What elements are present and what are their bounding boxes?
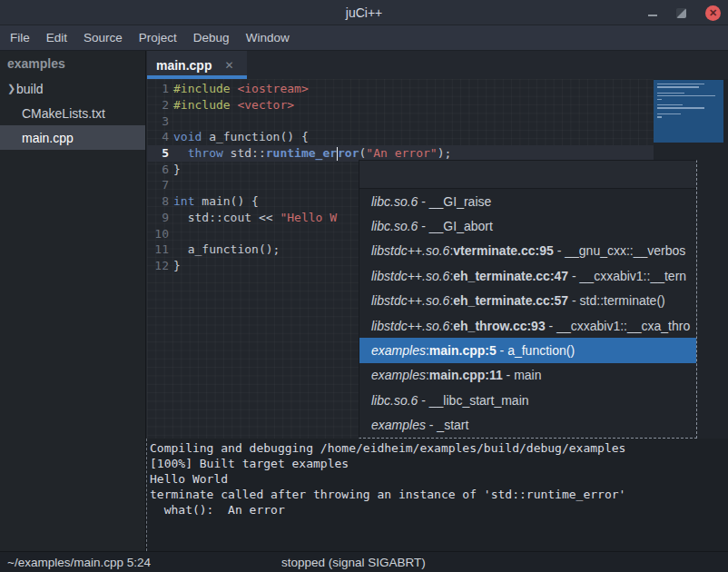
minimize-icon[interactable]: [648, 15, 657, 16]
menu-item-debug[interactable]: Debug: [185, 31, 238, 44]
code-text: }: [169, 259, 181, 272]
code-text: #include <iostream>: [169, 82, 309, 95]
status-file-location: ~/examples/main.cpp 5:24: [0, 556, 151, 569]
stack-frame-file: vterminate.cc:95: [453, 243, 554, 258]
project-tree: examples ❯buildCMakeLists.txtmain.cpp: [0, 51, 146, 551]
minimap-visible-region[interactable]: [654, 80, 723, 143]
code-text: throw std::runtime_error("An error");: [169, 146, 451, 161]
statusbar: ~/examples/main.cpp 5:24 stopped (signal…: [0, 551, 728, 572]
stack-frame-lib: examples: [371, 368, 426, 382]
minimap-code-line: [657, 104, 683, 105]
line-number: 9: [147, 211, 169, 224]
stack-frame-lib: libstdc++.so.6: [371, 293, 449, 308]
minimap-code-line: [657, 113, 681, 114]
code-line-3[interactable]: 3: [147, 113, 654, 129]
line-number: 11: [147, 242, 169, 256]
line-number: 3: [147, 114, 169, 128]
minimap-code-line: [657, 84, 704, 84]
minimap-code-line: [657, 99, 662, 100]
line-number: 4: [147, 130, 169, 143]
stack-frame-row[interactable]: libc.so.6 - __GI_abort: [359, 213, 696, 238]
line-number: 5: [147, 146, 169, 160]
sidebar-item-main-cpp[interactable]: main.cpp: [0, 125, 145, 150]
stack-frame-lib: libc.so.6: [371, 194, 418, 209]
status-debug-state: stopped (signal SIGABRT): [281, 556, 426, 569]
menu-item-window[interactable]: Window: [238, 31, 298, 44]
stack-frame-lib: examples: [371, 418, 426, 432]
stack-frame-row[interactable]: libstdc++.so.6:eh_throw.cc:93 - __cxxabi…: [359, 313, 696, 338]
stacktrace-popup-header: [359, 161, 696, 189]
chevron-right-icon[interactable]: ❯: [0, 83, 16, 94]
line-number: 2: [147, 98, 169, 112]
stack-frame-row[interactable]: examples - _start: [359, 413, 696, 438]
minimap-code-line: [657, 116, 662, 117]
stack-frame-file: main.cpp:5: [429, 343, 497, 358]
stack-frame-file: eh_terminate.cc:57: [453, 293, 568, 308]
stack-frame-row[interactable]: examples:main.cpp:11 - main: [359, 363, 696, 388]
stack-frame-lib: libc.so.6: [371, 219, 418, 233]
menu-item-source[interactable]: Source: [75, 31, 131, 44]
stack-frame-lib: libstdc++.so.6: [371, 319, 449, 333]
terminal-line: [100%] Built target examples: [150, 457, 728, 472]
menu-item-file[interactable]: File: [2, 31, 38, 44]
code-text: #include <vector>: [169, 98, 294, 112]
tree-item-label: main.cpp: [0, 131, 74, 145]
project-tree-header: examples: [0, 51, 145, 76]
juci-window: juCi++ ✕ FileEditSourceProjectDebugWindo…: [0, 0, 728, 572]
stack-frame-row[interactable]: examples:main.cpp:5 - a_function(): [359, 338, 696, 362]
stack-frame-row[interactable]: libstdc++.so.6:vterminate.cc:95 - __gnu_…: [359, 239, 696, 263]
line-number: 10: [147, 227, 169, 241]
restore-icon[interactable]: [676, 8, 686, 18]
stack-frame-row[interactable]: libstdc++.so.6:eh_terminate.cc:47 - __cx…: [359, 263, 696, 288]
stack-frame-row[interactable]: libstdc++.so.6:eh_terminate.cc:57 - std:…: [359, 289, 696, 313]
tab-label: main.cpp: [156, 58, 212, 73]
line-number: 7: [147, 178, 169, 192]
stack-frame-file: eh_throw.cc:93: [453, 319, 545, 333]
stack-frame-row[interactable]: libc.so.6 - __libc_start_main: [359, 388, 696, 412]
minimap-code-line: [657, 95, 715, 96]
stack-frame-lib: libstdc++.so.6: [371, 269, 449, 283]
minimap-code-line: [657, 107, 704, 108]
tree-item-label: CMakeLists.txt: [0, 106, 105, 121]
stack-frame-lib: libstdc++.so.6: [371, 243, 449, 258]
code-text: int main() {: [169, 194, 259, 208]
tab-main-cpp[interactable]: main.cpp ✕: [147, 51, 247, 79]
code-text: a_function();: [169, 242, 280, 256]
menu-item-edit[interactable]: Edit: [38, 31, 75, 44]
stack-frame-file: eh_terminate.cc:47: [453, 269, 568, 283]
terminal-output[interactable]: Compiling and debugging /home/eidheim/ex…: [146, 439, 728, 551]
code-line-2[interactable]: 2#include <vector>: [147, 97, 654, 113]
titlebar[interactable]: juCi++ ✕: [0, 0, 728, 25]
tree-item-label: build: [16, 82, 44, 96]
tabbar: main.cpp ✕: [147, 51, 728, 79]
code-text: void a_function() {: [169, 130, 309, 143]
line-number: 1: [147, 82, 169, 95]
stack-frame-row[interactable]: libc.so.6 - __GI_raise: [359, 189, 696, 213]
stack-frame-file: main.cpp:11: [429, 368, 503, 382]
terminal-line: terminate called after throwing an insta…: [150, 488, 728, 503]
stack-frame-lib: libc.so.6: [371, 393, 418, 408]
sidebar-item-cmakelists-txt[interactable]: CMakeLists.txt: [0, 101, 145, 125]
line-number: 12: [147, 259, 169, 272]
terminal-line: Hello World: [150, 472, 728, 488]
close-icon[interactable]: ✕: [705, 5, 721, 21]
code-line-1[interactable]: 1#include <iostream>: [147, 81, 654, 97]
tab-close-icon[interactable]: ✕: [224, 59, 233, 72]
minimap-code-line: [657, 93, 684, 94]
code-line-5[interactable]: 5 throw std::runtime_error("An error");: [147, 145, 654, 162]
code-text: std::cout << "Hello W: [169, 211, 337, 224]
minimap-code-line: [657, 86, 699, 87]
terminal-line: Compiling and debugging /home/eidheim/ex…: [150, 441, 728, 457]
line-number: 8: [147, 194, 169, 208]
line-number: 6: [147, 163, 169, 176]
terminal-line: what(): An error: [150, 503, 728, 518]
window-title: juCi++: [346, 5, 382, 20]
menubar: FileEditSourceProjectDebugWindow: [0, 25, 728, 51]
code-line-4[interactable]: 4void a_function() {: [147, 129, 654, 145]
menu-item-project[interactable]: Project: [131, 31, 185, 44]
sidebar-item-build[interactable]: ❯build: [0, 76, 145, 101]
window-controls: ✕: [648, 0, 721, 25]
code-text: }: [169, 163, 181, 176]
stacktrace-popup: libc.so.6 - __GI_raiselibc.so.6 - __GI_a…: [359, 160, 697, 439]
stack-frame-lib: examples: [371, 343, 426, 358]
